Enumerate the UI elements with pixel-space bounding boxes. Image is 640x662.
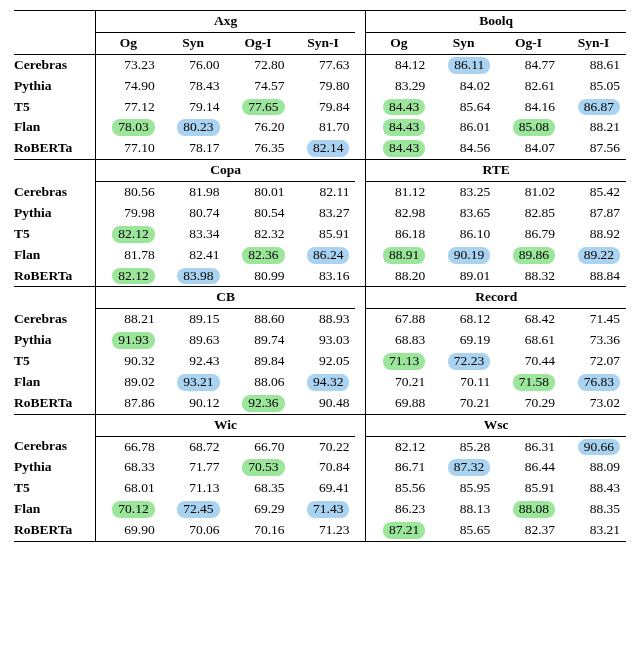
- value-cell: 70.22: [319, 439, 349, 456]
- value-cell: 85.05: [590, 78, 620, 95]
- value-cell: 77.12: [124, 99, 154, 116]
- value-cell: 72.45: [177, 501, 219, 518]
- value-cell: 87.87: [590, 205, 620, 222]
- value-td: 71.58: [496, 372, 561, 393]
- value-cell: 92.36: [242, 395, 284, 412]
- value-td: 68.72: [161, 436, 226, 457]
- model-name: Cerebras: [14, 182, 95, 203]
- model-name: T5: [14, 351, 95, 372]
- value-cell: 80.54: [254, 205, 284, 222]
- value-td: 86.44: [496, 457, 561, 478]
- value-td: 70.53: [226, 457, 291, 478]
- value-td: 84.43: [366, 117, 431, 138]
- value-td: 88.20: [366, 266, 431, 287]
- value-cell: 86.44: [525, 459, 555, 476]
- value-td: 94.32: [291, 372, 356, 393]
- value-td: 88.09: [561, 457, 626, 478]
- model-name: T5: [14, 224, 95, 245]
- value-td: 82.61: [496, 76, 561, 97]
- value-td: 69.88: [366, 393, 431, 414]
- task-header-left: Axg: [95, 11, 355, 32]
- value-td: 85.05: [561, 76, 626, 97]
- value-td: 86.18: [366, 224, 431, 245]
- value-cell: 87.32: [448, 459, 490, 476]
- value-cell: 76.20: [254, 119, 284, 136]
- value-td: 84.16: [496, 97, 561, 118]
- value-td: 66.70: [226, 436, 291, 457]
- value-td: 67.88: [366, 309, 431, 330]
- model-col-header: [14, 11, 95, 32]
- value-td: 88.21: [561, 117, 626, 138]
- value-td: 72.45: [161, 499, 226, 520]
- value-cell: 87.86: [124, 395, 154, 412]
- value-td: 86.71: [366, 457, 431, 478]
- value-td: 78.43: [161, 76, 226, 97]
- value-td: 83.29: [366, 76, 431, 97]
- value-td: 83.25: [431, 182, 496, 203]
- model-name: T5: [14, 97, 95, 118]
- value-td: 88.32: [496, 266, 561, 287]
- value-td: 90.12: [161, 393, 226, 414]
- value-cell: 88.20: [395, 268, 425, 285]
- value-td: 88.13: [431, 499, 496, 520]
- value-cell: 83.34: [189, 226, 219, 243]
- value-cell: 70.21: [460, 395, 490, 412]
- value-cell: 70.44: [525, 353, 555, 370]
- value-td: 81.78: [95, 245, 160, 266]
- value-cell: 71.77: [189, 459, 219, 476]
- value-cell: 80.23: [177, 119, 219, 136]
- value-cell: 86.31: [525, 439, 555, 456]
- value-cell: 79.98: [124, 205, 154, 222]
- value-cell: 84.16: [525, 99, 555, 116]
- model-name: Cerebras: [14, 54, 95, 75]
- value-td: 89.63: [161, 330, 226, 351]
- value-td: 84.12: [366, 54, 431, 75]
- value-cell: 85.91: [319, 226, 349, 243]
- value-cell: 77.63: [319, 57, 349, 74]
- task-header-left: Wic: [95, 414, 355, 435]
- value-cell: 68.35: [254, 480, 284, 497]
- value-cell: 87.21: [383, 522, 425, 539]
- value-td: 70.21: [431, 393, 496, 414]
- value-td: 78.17: [161, 138, 226, 159]
- value-td: 82.12: [366, 436, 431, 457]
- value-td: 81.12: [366, 182, 431, 203]
- value-cell: 80.99: [254, 268, 284, 285]
- value-cell: 88.91: [383, 247, 425, 264]
- value-cell: 90.12: [189, 395, 219, 412]
- task-header-right: Record: [366, 287, 626, 308]
- value-td: 85.95: [431, 478, 496, 499]
- value-cell: 93.21: [177, 374, 219, 391]
- value-cell: 91.93: [112, 332, 154, 349]
- value-cell: 94.32: [307, 374, 349, 391]
- value-cell: 81.70: [319, 119, 349, 136]
- value-cell: 85.42: [590, 184, 620, 201]
- value-td: 89.01: [431, 266, 496, 287]
- value-td: 90.48: [291, 393, 356, 414]
- value-td: 86.79: [496, 224, 561, 245]
- value-td: 87.21: [366, 520, 431, 541]
- value-td: 69.19: [431, 330, 496, 351]
- value-cell: 88.35: [590, 501, 620, 518]
- value-td: 68.33: [95, 457, 160, 478]
- value-cell: 88.60: [254, 311, 284, 328]
- value-cell: 79.80: [319, 78, 349, 95]
- value-td: 70.11: [431, 372, 496, 393]
- value-cell: 83.27: [319, 205, 349, 222]
- value-cell: 68.72: [189, 439, 219, 456]
- value-td: 80.99: [226, 266, 291, 287]
- value-td: 70.06: [161, 520, 226, 541]
- value-cell: 86.11: [448, 57, 490, 74]
- value-td: 85.56: [366, 478, 431, 499]
- value-cell: 84.43: [383, 99, 425, 116]
- value-td: 71.77: [161, 457, 226, 478]
- value-cell: 71.23: [319, 522, 349, 539]
- value-cell: 86.10: [460, 226, 490, 243]
- value-td: 82.85: [496, 203, 561, 224]
- value-td: 71.13: [366, 351, 431, 372]
- value-cell: 88.92: [590, 226, 620, 243]
- model-name: Cerebras: [14, 309, 95, 330]
- value-td: 79.14: [161, 97, 226, 118]
- task-header-right: Boolq: [366, 11, 626, 32]
- value-cell: 82.12: [112, 268, 154, 285]
